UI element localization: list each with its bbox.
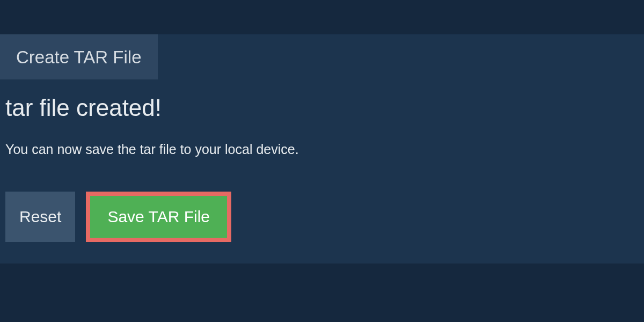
- tab-container: Create TAR File: [0, 34, 644, 79]
- status-subtext: You can now save the tar file to your lo…: [5, 142, 639, 157]
- save-button-highlight: Save TAR File: [86, 192, 231, 242]
- main-panel: Create TAR File tar file created! You ca…: [0, 34, 644, 264]
- status-heading: tar file created!: [5, 94, 639, 121]
- reset-button[interactable]: Reset: [5, 192, 75, 242]
- save-tar-button[interactable]: Save TAR File: [90, 196, 227, 238]
- content-area: tar file created! You can now save the t…: [0, 79, 644, 247]
- button-row: Reset Save TAR File: [5, 192, 639, 242]
- top-spacer: [0, 0, 644, 34]
- bottom-spacer: [0, 264, 644, 290]
- tab-create-tar[interactable]: Create TAR File: [0, 34, 158, 79]
